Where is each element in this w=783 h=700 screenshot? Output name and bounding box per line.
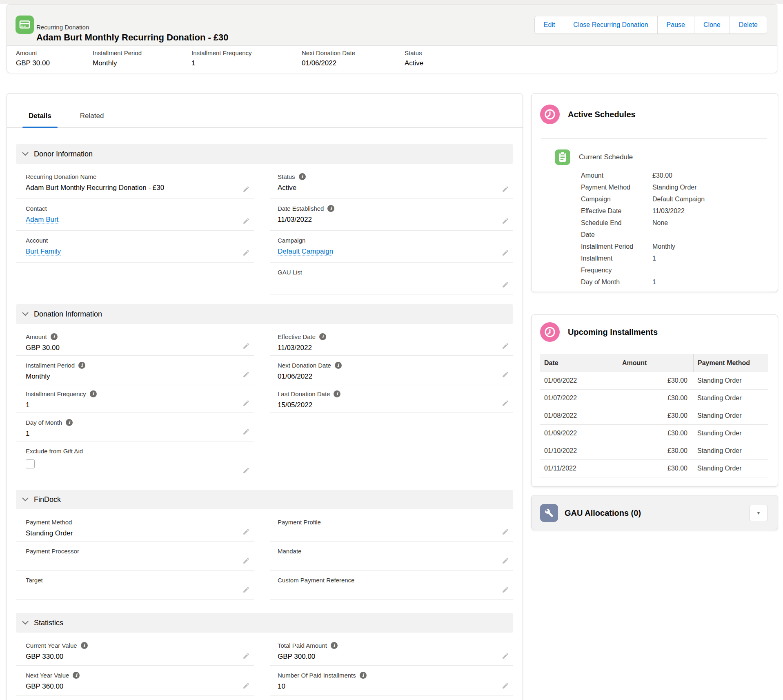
- schedule-field-value: Standing Order: [652, 181, 697, 193]
- info-icon[interactable]: i: [66, 419, 73, 426]
- account-link[interactable]: Burt Family: [26, 247, 61, 256]
- clone-button[interactable]: Clone: [694, 16, 730, 33]
- info-icon[interactable]: i: [73, 672, 80, 679]
- edit-pencil-icon[interactable]: [502, 586, 509, 593]
- current-schedule-label: Current Schedule: [579, 153, 633, 161]
- edit-pencil-icon[interactable]: [242, 586, 250, 593]
- edit-button[interactable]: Edit: [535, 16, 564, 33]
- field-label: Payment Method: [26, 519, 72, 526]
- section-title: FinDock: [34, 495, 61, 504]
- info-icon[interactable]: i: [327, 205, 334, 212]
- info-icon[interactable]: i: [78, 362, 85, 369]
- recurring-donation-record-icon: [16, 16, 34, 34]
- cell-amount: £30.00: [617, 465, 693, 472]
- field-date-established: Date Establishedi 11/03/2022: [270, 199, 513, 231]
- field-payment-method: Payment Method Standing Order: [16, 513, 254, 542]
- section-header[interactable]: Donation Information: [16, 304, 513, 324]
- cell-date: 01/06/2022: [540, 377, 617, 384]
- field-label: Last Donation Date: [278, 390, 330, 397]
- section-header[interactable]: FinDock: [16, 490, 513, 509]
- edit-pencil-icon[interactable]: [242, 467, 250, 474]
- cell-amount: £30.00: [617, 395, 693, 402]
- edit-pencil-icon[interactable]: [242, 185, 250, 193]
- column-header-amount: Amount: [617, 354, 693, 372]
- section-header[interactable]: Donor Information: [16, 144, 513, 164]
- tab-label: Related: [80, 112, 104, 120]
- cell-payment-method: Standing Order: [693, 465, 768, 472]
- edit-pencil-icon[interactable]: [502, 682, 509, 689]
- field-contact: Contact Adam Burt: [16, 199, 254, 231]
- current-schedule-fields: Amount £30.00 Payment Method Standing Or…: [581, 169, 770, 288]
- field-next-donation-date: Next Donation Datei 01/06/2022: [270, 356, 513, 384]
- edit-pencil-icon[interactable]: [242, 428, 250, 435]
- tab-related[interactable]: Related: [74, 105, 110, 127]
- edit-pencil-icon[interactable]: [242, 371, 250, 378]
- info-icon[interactable]: i: [51, 333, 58, 340]
- section-title: Donor Information: [34, 150, 93, 158]
- exclude-gift-aid-checkbox[interactable]: [26, 459, 35, 468]
- schedule-field-value: Monthly: [652, 241, 675, 252]
- edit-pencil-icon[interactable]: [502, 217, 509, 225]
- info-icon[interactable]: i: [360, 672, 367, 679]
- schedule-field-value: Default Campaign: [652, 193, 705, 205]
- schedule-field-installment-period: Installment Period Monthly: [581, 241, 770, 252]
- info-icon[interactable]: i: [90, 390, 97, 397]
- tab-details[interactable]: Details: [22, 105, 58, 127]
- edit-pencil-icon[interactable]: [502, 652, 509, 660]
- field-label: Total Paid Amount: [278, 642, 327, 649]
- edit-pencil-icon[interactable]: [242, 342, 250, 350]
- info-icon[interactable]: i: [81, 642, 88, 649]
- column-header-payment-method: Payment Method: [693, 354, 768, 372]
- gau-allocations-dropdown-button[interactable]: ▼: [750, 505, 767, 521]
- field-installment-period: Installment Periodi Monthly: [16, 356, 254, 384]
- edit-pencil-icon[interactable]: [242, 682, 250, 689]
- edit-pencil-icon[interactable]: [242, 557, 250, 564]
- cell-date: 01/11/2022: [540, 465, 617, 472]
- cell-amount: £30.00: [617, 447, 693, 455]
- field-label: Recurring Donation Name: [26, 173, 96, 180]
- table-row: 01/10/2022 £30.00 Standing Order: [540, 442, 768, 460]
- installments-table: Date Amount Payment Method 01/06/2022 £3…: [540, 354, 768, 477]
- chevron-down-icon: [22, 621, 29, 625]
- section-header[interactable]: Statistics: [16, 613, 513, 633]
- close-recurring-donation-button[interactable]: Close Recurring Donation: [564, 16, 657, 33]
- schedule-field-label: Campaign: [581, 193, 637, 205]
- info-icon[interactable]: i: [335, 362, 342, 369]
- schedule-field-label: Schedule End Date: [581, 217, 637, 241]
- edit-pencil-icon[interactable]: [242, 528, 250, 535]
- info-icon[interactable]: i: [334, 390, 340, 397]
- info-icon[interactable]: i: [299, 173, 306, 180]
- contact-link[interactable]: Adam Burt: [26, 216, 58, 224]
- campaign-link[interactable]: Default Campaign: [278, 247, 333, 256]
- object-label: Recurring Donation: [36, 24, 89, 31]
- edit-pencil-icon[interactable]: [242, 217, 250, 225]
- chevron-down-icon: ▼: [756, 511, 761, 515]
- edit-pencil-icon[interactable]: [502, 399, 509, 407]
- edit-pencil-icon[interactable]: [502, 342, 509, 350]
- edit-pencil-icon[interactable]: [502, 185, 509, 193]
- chevron-down-icon: [22, 312, 29, 316]
- edit-pencil-icon[interactable]: [502, 371, 509, 378]
- edit-pencil-icon[interactable]: [242, 249, 250, 256]
- info-icon[interactable]: i: [331, 642, 338, 649]
- field-value: Monthly: [26, 372, 254, 381]
- summary-label: Installment Period: [93, 49, 142, 56]
- field-value: [278, 279, 513, 288]
- edit-pencil-icon[interactable]: [502, 249, 509, 256]
- field-label: Exclude from Gift Aid: [26, 448, 83, 455]
- pause-button[interactable]: Pause: [657, 16, 694, 33]
- schedule-field-day-of-month: Day of Month 1: [581, 276, 770, 288]
- edit-pencil-icon[interactable]: [242, 399, 250, 407]
- edit-pencil-icon[interactable]: [502, 557, 509, 564]
- edit-pencil-icon[interactable]: [502, 528, 509, 535]
- field-installment-frequency: Installment Frequencyi 1: [16, 384, 254, 413]
- delete-button[interactable]: Delete: [730, 16, 767, 33]
- summary-label: Status: [405, 49, 423, 56]
- info-icon[interactable]: i: [319, 333, 326, 340]
- field-label: Campaign: [278, 237, 305, 244]
- edit-pencil-icon[interactable]: [242, 652, 250, 660]
- edit-pencil-icon[interactable]: [502, 281, 509, 288]
- cell-date: 01/08/2022: [540, 412, 617, 419]
- schedule-field-value: 1: [652, 276, 656, 288]
- field-label: GAU List: [278, 269, 302, 276]
